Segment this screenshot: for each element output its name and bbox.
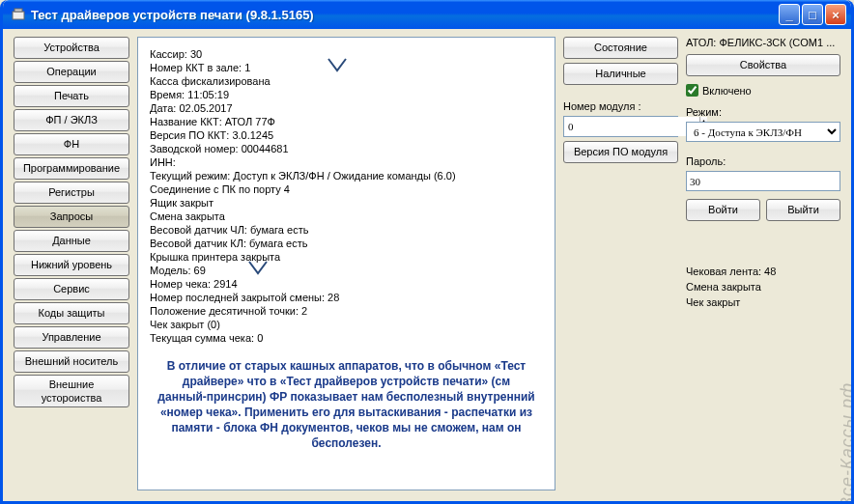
sidebar-item-8[interactable]: Данные bbox=[14, 230, 129, 252]
status-line: Номер последней закрытой смены: 28 bbox=[150, 291, 543, 304]
status-line: Модель: 69 bbox=[150, 264, 543, 277]
module-number-field[interactable] bbox=[564, 117, 699, 136]
status-line: Номер чека: 2914 bbox=[150, 277, 543, 291]
status-line: Текущая сумма чека: 0 bbox=[150, 331, 543, 345]
maximize-button[interactable]: □ bbox=[802, 4, 823, 25]
state-button[interactable]: Состояние bbox=[563, 37, 678, 59]
svg-rect-1 bbox=[14, 9, 22, 12]
status-line: Номер ККТ в зале: 1 bbox=[150, 61, 543, 74]
status-line: Крышка принтера закрыта bbox=[150, 250, 543, 264]
sidebar-item-2[interactable]: Печать bbox=[14, 85, 129, 107]
device-status-line: Смена закрыта bbox=[686, 279, 840, 294]
status-line: Версия ПО ККТ: 3.0.1245 bbox=[150, 128, 543, 142]
properties-button[interactable]: Свойства bbox=[686, 54, 840, 76]
svg-rect-0 bbox=[13, 12, 24, 19]
sidebar-item-12[interactable]: Управление bbox=[14, 326, 129, 349]
sidebar: УстройстваОперацииПечатьФП / ЭКЛЗФНПрогр… bbox=[14, 37, 129, 490]
status-line: Заводской номер: 00044681 bbox=[150, 142, 543, 155]
status-line: Весовой датчик КЛ: бумага есть bbox=[150, 237, 543, 250]
sidebar-item-5[interactable]: Программирование bbox=[14, 157, 129, 180]
sidebar-item-9[interactable]: Нижний уровень bbox=[14, 254, 129, 276]
status-line: Весовой датчик ЧЛ: бумага есть bbox=[150, 223, 543, 237]
window-title: Тест драйверов устройств печати (9.8.1.5… bbox=[31, 8, 779, 22]
status-line: Смена закрыта bbox=[150, 210, 543, 223]
password-input[interactable] bbox=[686, 171, 840, 191]
status-line: Положение десятичной точки: 2 bbox=[150, 304, 543, 318]
annotation-text: В отличие от старых кашных аппаратов, чт… bbox=[150, 358, 543, 451]
device-status: Чековая лента: 48Смена закрытаЧек закрыт bbox=[686, 264, 840, 310]
status-line: Название ККТ: АТОЛ 77Ф bbox=[150, 115, 543, 128]
sidebar-item-3[interactable]: ФП / ЭКЛЗ bbox=[14, 109, 129, 131]
logout-button[interactable]: Выйти bbox=[766, 199, 840, 221]
sidebar-item-14[interactable]: Внешниеустороиства bbox=[14, 375, 129, 407]
mode-select[interactable]: 6 - Доступа к ЭКЛЗ/ФН bbox=[686, 122, 840, 142]
sidebar-item-10[interactable]: Сервис bbox=[14, 278, 129, 300]
status-line: Дата: 02.05.2017 bbox=[150, 101, 543, 115]
minimize-button[interactable]: _ bbox=[779, 4, 800, 25]
sidebar-item-7[interactable]: Запросы bbox=[14, 206, 129, 228]
device-panel: АТОЛ: ФЕЛИКС-3СК (COM1 ... Свойства Вклю… bbox=[686, 37, 840, 490]
status-line: Кассир: 30 bbox=[150, 47, 543, 61]
sidebar-item-1[interactable]: Операции bbox=[14, 61, 129, 83]
module-number-label: Номер модуля : bbox=[563, 100, 678, 112]
sidebar-item-0[interactable]: Устройства bbox=[14, 37, 129, 59]
enabled-checkbox-input[interactable] bbox=[686, 84, 698, 97]
status-line: Ящик закрыт bbox=[150, 196, 543, 210]
sidebar-item-11[interactable]: Коды защиты bbox=[14, 302, 129, 324]
device-status-line: Чек закрыт bbox=[686, 294, 840, 310]
enabled-checkbox[interactable]: Включено bbox=[686, 84, 840, 97]
mode-label: Режим: bbox=[686, 106, 840, 118]
sidebar-item-13[interactable]: Внешний носитель bbox=[14, 350, 129, 373]
status-line: Касса фискализирована bbox=[150, 74, 543, 88]
sidebar-item-6[interactable]: Регистры bbox=[14, 182, 129, 204]
status-line: Соединение с ПК по порту 4 bbox=[150, 182, 543, 196]
titlebar: Тест драйверов устройств печати (9.8.1.5… bbox=[3, 0, 851, 29]
module-panel: Состояние Наличные Номер модуля : ▲ ▼ Ве… bbox=[563, 37, 678, 490]
module-number-input[interactable]: ▲ ▼ bbox=[563, 116, 678, 137]
password-label: Пароль: bbox=[686, 155, 840, 167]
cash-button[interactable]: Наличные bbox=[563, 63, 678, 85]
login-button[interactable]: Войти bbox=[686, 199, 760, 221]
status-line: Чек закрыт (0) bbox=[150, 318, 543, 331]
enabled-label: Включено bbox=[702, 85, 752, 97]
status-line: Время: 11:05:19 bbox=[150, 88, 543, 101]
module-version-button[interactable]: Версия ПО модуля bbox=[563, 141, 678, 163]
app-icon bbox=[11, 7, 26, 22]
status-panel: Кассир: 30Номер ККТ в зале: 1Касса фиска… bbox=[137, 37, 555, 490]
device-name: АТОЛ: ФЕЛИКС-3СК (COM1 ... bbox=[686, 37, 840, 48]
device-status-line: Чековая лента: 48 bbox=[686, 264, 840, 279]
close-button[interactable]: × bbox=[825, 4, 846, 25]
status-line: ИНН: bbox=[150, 155, 543, 169]
sidebar-item-4[interactable]: ФН bbox=[14, 133, 129, 155]
status-line: Текущий режим: Доступ к ЭКЛЗ/ФН / Ожидан… bbox=[150, 169, 543, 182]
